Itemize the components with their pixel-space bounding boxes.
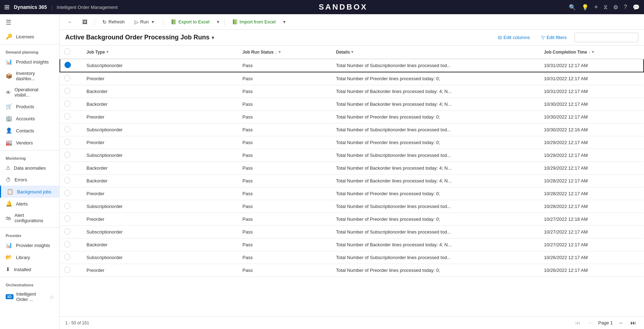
table-row[interactable]: BackorderPassTotal Number of Backorder l… <box>60 98 644 111</box>
table-row[interactable]: BackorderPassTotal Number of Backorder l… <box>60 85 644 98</box>
col-header-jobtype[interactable]: Job Type ▾ <box>82 45 238 59</box>
export-excel-button[interactable]: 📗 Export to Excel <box>167 17 213 27</box>
table-row[interactable]: PreorderPassTotal Number of Preorder lin… <box>60 72 644 85</box>
app-name-label[interactable]: Intelligent Order Management <box>57 5 118 10</box>
table-row[interactable]: SubscriptionorderPassTotal Number of Sub… <box>60 226 644 238</box>
table-row[interactable]: BackorderPassTotal Number of Backorder l… <box>60 162 644 175</box>
row-checkbox[interactable] <box>64 88 71 94</box>
sidebar-item-vendors[interactable]: 🏭 Vendors <box>0 137 59 149</box>
table-row[interactable]: BackorderPassTotal Number of Backorder l… <box>60 238 644 251</box>
table-row[interactable]: PreorderPassTotal Number of Preorder lin… <box>60 111 644 124</box>
row-checkbox[interactable] <box>64 139 71 145</box>
search-icon[interactable]: 🔍 <box>569 4 576 11</box>
table-row[interactable]: SubscriptionorderPassTotal Number of Sub… <box>60 124 644 136</box>
table-row[interactable]: PreorderPassTotal Number of Preorder lin… <box>60 213 644 226</box>
sidebar-item-errors[interactable]: ⏱ Errors <box>0 174 59 186</box>
lightbulb-icon[interactable]: 💡 <box>582 4 589 11</box>
page-label: Page 1 <box>598 320 613 325</box>
sidebar-item-accounts[interactable]: 🏢 Accounts <box>0 113 59 125</box>
intelligent-order-badge: IO <box>6 294 13 299</box>
row-checkbox[interactable] <box>64 113 71 120</box>
cell-status: Pass <box>238 72 332 85</box>
edit-filters-label: Edit filters <box>547 35 567 40</box>
sidebar-item-products[interactable]: 🛒 Products <box>0 100 59 113</box>
sidebar-item-contacts[interactable]: 👤 Contacts <box>0 125 59 137</box>
row-checkbox[interactable] <box>64 152 71 158</box>
row-checkbox[interactable] <box>64 100 71 107</box>
sidebar-divider-1 <box>0 44 59 44</box>
app-grid-icon[interactable]: ⊞ <box>4 3 10 11</box>
table-row[interactable]: PreorderPassTotal Number of Preorder lin… <box>60 264 644 277</box>
first-page-button[interactable]: ⏮ <box>573 319 583 327</box>
table-row[interactable]: SubscriptionorderPassTotal Number of Sub… <box>60 200 644 213</box>
row-checkbox[interactable] <box>64 254 71 260</box>
row-checkbox[interactable] <box>64 241 71 247</box>
edit-columns-button[interactable]: ⊟ Edit columns <box>494 33 533 42</box>
cell-details: Total Number of Backorder lines processe… <box>332 238 540 251</box>
header-checkbox[interactable] <box>60 45 82 59</box>
row-checkbox[interactable] <box>64 228 71 235</box>
refresh-button[interactable]: ↻ Refresh <box>99 17 129 27</box>
sidebar-item-intelligent-order[interactable]: IO Intelligent Order ... ◇ <box>0 289 59 305</box>
sidebar-item-licenses[interactable]: 🔑 Licenses <box>0 31 59 43</box>
table-row[interactable]: SubscriptionorderPassTotal Number of Sub… <box>60 251 644 264</box>
row-checkbox[interactable] <box>64 177 71 183</box>
col-header-status[interactable]: Job Run Status ↓ ▾ <box>238 45 332 59</box>
sidebar-item-inventory-dashboard[interactable]: 📦 Inventory dashbo... <box>0 68 59 84</box>
row-checkbox[interactable] <box>64 190 71 196</box>
sidebar-item-provider-insights[interactable]: 📊 Provider insights <box>0 239 59 251</box>
sidebar-hamburger[interactable]: ☰ <box>0 14 59 31</box>
row-checkbox[interactable] <box>64 215 71 222</box>
details-dropdown-icon[interactable]: ▾ <box>351 50 353 54</box>
export-icon: 📗 <box>171 19 177 24</box>
page-title-chevron[interactable]: ▾ <box>212 35 214 40</box>
table-row[interactable]: SubscriptionorderPassTotal Number of Sub… <box>60 149 644 162</box>
table-footer: 1 - 50 of 161 ⏮ ← Page 1 → ⏭ <box>60 316 644 329</box>
sidebar-item-library[interactable]: 📂 Library <box>0 251 59 263</box>
import-dropdown-icon[interactable]: ▾ <box>282 17 287 26</box>
sidebar-item-operational-visibility[interactable]: 👁 Operational visibil... <box>0 84 59 100</box>
time-dropdown-icon[interactable]: ▾ <box>592 50 594 54</box>
sidebar-group-monitoring: Monitoring <box>0 152 59 162</box>
row-checkbox[interactable] <box>64 126 71 132</box>
row-checkbox[interactable] <box>64 164 71 171</box>
row-checkbox[interactable] <box>64 267 71 273</box>
sidebar-item-alerts[interactable]: 🔔 Alerts <box>0 198 59 210</box>
screenshot-button[interactable]: 🖼 <box>78 17 91 27</box>
status-dropdown-icon[interactable]: ▾ <box>279 50 281 54</box>
table-row[interactable]: SubscriptionorderPassTotal Number of Sub… <box>60 59 644 72</box>
table-row[interactable]: PreorderPassTotal Number of Preorder lin… <box>60 136 644 149</box>
sidebar-item-data-anomalies[interactable]: ⚠ Data anomalies <box>0 162 59 174</box>
last-page-button[interactable]: ⏭ <box>628 319 638 327</box>
prev-page-button[interactable]: ← <box>586 319 595 327</box>
import-excel-button[interactable]: 📗 Import from Excel <box>228 17 280 27</box>
table-row[interactable]: PreorderPassTotal Number of Preorder lin… <box>60 187 644 200</box>
cell-status: Pass <box>238 251 332 264</box>
cell-status: Pass <box>238 200 332 213</box>
filter-icon[interactable]: ⧖ <box>604 4 607 10</box>
row-checkbox[interactable] <box>64 75 71 81</box>
select-all-checkbox[interactable] <box>64 48 71 55</box>
col-header-details[interactable]: Details ▾ <box>332 45 540 59</box>
export-dropdown-icon[interactable]: ▾ <box>215 17 221 26</box>
sidebar-item-installed[interactable]: ⬇ Installed <box>0 263 59 275</box>
run-button[interactable]: ▷ Run ▾ <box>131 15 160 28</box>
sidebar-item-product-insights[interactable]: 📊 Product insights <box>0 56 59 68</box>
jobtype-dropdown-icon[interactable]: ▾ <box>106 50 108 54</box>
sidebar-item-background-jobs[interactable]: 📋 Background jobs <box>0 186 59 198</box>
sidebar-item-alert-configurations[interactable]: 🛍 Alert configurations <box>0 210 59 226</box>
settings-icon[interactable]: ⚙ <box>613 4 618 11</box>
row-checkbox[interactable] <box>64 203 71 209</box>
chat-icon[interactable]: 💬 <box>633 4 640 11</box>
back-button[interactable]: ← <box>64 17 76 27</box>
search-input[interactable] <box>575 33 638 42</box>
edit-filters-button[interactable]: ▽ Edit filters <box>538 33 570 42</box>
table-row[interactable]: BackorderPassTotal Number of Backorder l… <box>60 175 644 187</box>
time-header-label: Job Completion Time <box>544 50 587 55</box>
row-checkbox[interactable] <box>65 62 71 68</box>
col-header-completion-time[interactable]: Job Completion Time ↓ ▾ <box>540 45 644 59</box>
add-icon[interactable]: + <box>594 4 598 11</box>
next-page-button[interactable]: → <box>616 319 626 327</box>
help-icon[interactable]: ? <box>624 4 627 10</box>
run-dropdown-icon[interactable]: ▾ <box>150 17 156 26</box>
